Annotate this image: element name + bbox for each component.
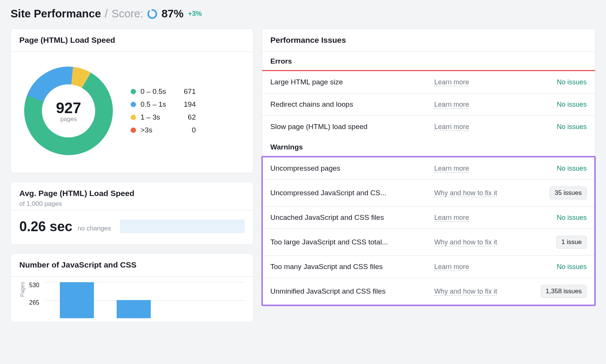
legend-value: 0 (181, 126, 196, 134)
issue-name: Redirect chains and loops (270, 100, 411, 109)
avg-speed-value: 0.26 sec (19, 219, 72, 235)
no-issues-label: No issues (557, 123, 587, 131)
issue-count-badge[interactable]: 35 issues (550, 187, 587, 199)
issue-name: Uncompressed JavaScript and CS... (270, 189, 411, 197)
legend-value: 671 (181, 87, 196, 96)
legend-label: >3s (141, 126, 176, 134)
avg-speed-title: Avg. Page (HTML) Load Speed (19, 189, 245, 198)
donut-chart: 927 pages (19, 62, 118, 160)
score-delta: +3% (188, 10, 202, 18)
load-speed-card: Page (HTML) Load Speed 927 pages (11, 28, 253, 173)
avg-speed-card: Avg. Page (HTML) Load Speed of 1,000 pag… (11, 182, 253, 245)
issue-help-link[interactable]: Why and how to fix it (434, 288, 497, 296)
issue-help-link[interactable]: Learn more (434, 123, 469, 131)
issue-name: Too many JavaScript and CSS files (270, 263, 411, 271)
donut-total-label: pages (60, 116, 77, 123)
issue-help-link[interactable]: Learn more (434, 101, 469, 109)
errors-section-label: Errors (262, 52, 595, 70)
no-issues-label: No issues (557, 214, 587, 221)
issue-name: Uncompressed pages (270, 164, 411, 173)
issues-title: Performance Issues (270, 36, 587, 45)
legend-swatch-icon (131, 89, 136, 94)
no-issues-label: No issues (557, 101, 587, 108)
legend-row: >3s 0 (131, 126, 196, 134)
avg-speed-change: no changes (78, 225, 111, 232)
issue-row: Redirect chains and loopsLearn moreNo is… (262, 93, 595, 116)
svg-point-1 (148, 10, 157, 18)
avg-speed-sparkline (120, 219, 245, 233)
legend-swatch-icon (131, 115, 136, 120)
chart-bar (60, 282, 94, 318)
legend-label: 0 – 0.5s (141, 87, 176, 96)
jscss-card: Number of JavaScript and CSS Pages 530 2… (11, 253, 253, 322)
legend-row: 1 – 3s 62 (131, 113, 196, 121)
donut-total-value: 927 (56, 100, 81, 117)
legend-swatch-icon (131, 128, 136, 133)
issue-help-link[interactable]: Learn more (434, 214, 469, 222)
page-header: Site Performance / Score: 87% +3% (11, 8, 595, 20)
chart-bar (117, 300, 151, 318)
score-ring-icon (147, 9, 158, 19)
jscss-title: Number of JavaScript and CSS (19, 260, 245, 269)
issue-name: Uncached JavaScript and CSS files (270, 213, 411, 222)
issue-row: Uncached JavaScript and CSS filesLearn m… (263, 207, 594, 229)
issue-name: Unminified JavaScript and CSS files (270, 287, 411, 296)
issue-row: Too large JavaScript and CSS total...Why… (263, 229, 594, 256)
issue-help-link[interactable]: Learn more (434, 165, 469, 173)
donut-legend: 0 – 0.5s 671 0.5 – 1s 194 1 – 3s 62 (131, 87, 196, 134)
issue-row: Slow page (HTML) load speedLearn moreNo … (262, 116, 595, 138)
issue-row: Uncompressed JavaScript and CS...Why and… (263, 180, 594, 207)
legend-swatch-icon (131, 102, 136, 107)
issue-row: Large HTML page sizeLearn moreNo issues (262, 71, 595, 93)
legend-row: 0.5 – 1s 194 (131, 100, 196, 109)
legend-row: 0 – 0.5s 671 (131, 87, 196, 96)
legend-label: 0.5 – 1s (141, 100, 176, 109)
avg-speed-subtitle: of 1,000 pages (19, 200, 245, 208)
performance-issues-card: Performance Issues Errors Large HTML pag… (262, 28, 595, 306)
score-value: 87% (161, 8, 183, 20)
load-speed-title: Page (HTML) Load Speed (19, 36, 245, 45)
jscss-ytick: 530 (29, 282, 39, 289)
issue-help-link[interactable]: Why and how to fix it (434, 238, 497, 246)
title-separator: / (105, 8, 108, 20)
page-title: Site Performance (11, 8, 101, 20)
jscss-ytick: 265 (29, 299, 39, 306)
issue-count-badge[interactable]: 1,358 issues (541, 285, 587, 298)
issue-count-badge[interactable]: 1 issue (556, 236, 587, 249)
issue-row: Too many JavaScript and CSS filesLearn m… (263, 256, 594, 278)
issue-row: Uncompressed pagesLearn moreNo issues (263, 157, 594, 180)
no-issues-label: No issues (557, 263, 587, 271)
legend-label: 1 – 3s (141, 113, 176, 121)
issue-help-link[interactable]: Learn more (434, 78, 469, 86)
warnings-section-label: Warnings (262, 138, 595, 156)
no-issues-label: No issues (557, 165, 587, 172)
legend-value: 62 (181, 113, 196, 121)
issue-name: Large HTML page size (270, 78, 411, 86)
issue-name: Slow page (HTML) load speed (270, 123, 411, 131)
jscss-bar-chart (45, 282, 245, 318)
legend-value: 194 (181, 100, 196, 109)
jscss-yaxis-label: Pages (19, 282, 25, 297)
score-label: Score: (112, 8, 144, 20)
issue-help-link[interactable]: Learn more (434, 263, 469, 271)
issue-name: Too large JavaScript and CSS total... (270, 238, 411, 246)
warnings-highlight-box: Uncompressed pagesLearn moreNo issuesUnc… (261, 156, 596, 306)
issue-row: Unminified JavaScript and CSS filesWhy a… (263, 278, 594, 305)
no-issues-label: No issues (557, 78, 587, 86)
issue-help-link[interactable]: Why and how to fix it (434, 189, 497, 197)
